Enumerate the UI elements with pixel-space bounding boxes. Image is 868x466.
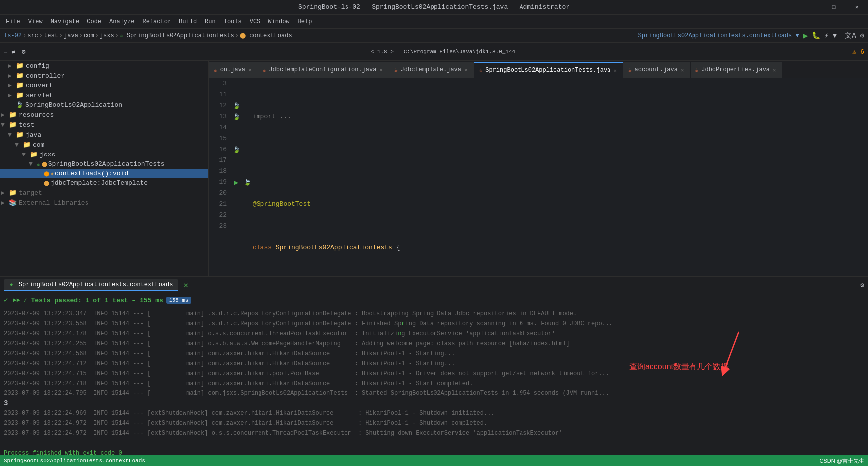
bottom-panel: ● SpringBootLs02ApplicationTests.context… bbox=[0, 276, 868, 455]
breadcrumb-com[interactable]: com bbox=[84, 32, 94, 39]
tab-jdbcproperties[interactable]: ☕ JdbcProperties.java ✕ bbox=[691, 62, 782, 78]
tab-close-jdbcprops[interactable]: ✕ bbox=[773, 67, 776, 73]
console-line-10: 2023-07-09 13:22:24.969 INFO 15144 --- [… bbox=[4, 408, 864, 418]
breadcrumb-method[interactable]: ⬤ contextLoads bbox=[240, 32, 292, 39]
tab-bar: ☕ on.java ✕ ☕ JdbcTemplateConfiguration.… bbox=[209, 61, 868, 78]
tree-item-config[interactable]: ▶ 📁 config bbox=[0, 61, 208, 71]
menu-view[interactable]: View bbox=[24, 17, 47, 26]
menu-help[interactable]: Help bbox=[294, 17, 316, 26]
window-title: SpringBoot-ls-02 – SpringBootLs02Applica… bbox=[298, 3, 570, 11]
console-content[interactable]: 2023-07-09 13:22:23.347 INFO 15144 --- [… bbox=[0, 307, 868, 455]
gutter-col2: 🍃 bbox=[242, 78, 253, 276]
window-controls: ─ □ ✕ bbox=[799, 0, 868, 14]
tree-item-contextloads[interactable]: ⬤ ◈ contextLoads():void bbox=[0, 169, 208, 178]
line-numbers: 3 11 12 13 14 15 16 17 18 19 20 21 22 23 bbox=[209, 78, 231, 276]
main-layout: ▶ 📁 config ▶ 📁 controller ▶ 📁 convert ▶ … bbox=[0, 61, 868, 276]
run-config-dropdown[interactable]: SpringBootLs02ApplicationTests.contextLo… bbox=[638, 32, 799, 39]
gutter-col1: 🍃 🍃 🍃 ▶ bbox=[231, 78, 242, 276]
menu-navigate[interactable]: Navigate bbox=[47, 17, 84, 26]
menu-build[interactable]: Build bbox=[175, 17, 201, 26]
tree-item-jdbctemplate-field[interactable]: ⬤ jdbcTemplate:JdbcTemplate bbox=[0, 178, 208, 188]
title-bar: SpringBoot-ls-02 – SpringBootLs02Applica… bbox=[0, 0, 868, 15]
menu-bar: File View Navigate Code Analyze Refactor… bbox=[0, 15, 868, 29]
status-csdn: CSDN @吉士先生 bbox=[820, 457, 864, 465]
tree-item-target[interactable]: ▶ 📁 target bbox=[0, 188, 208, 198]
layout-icon[interactable]: ⇌ bbox=[12, 48, 16, 56]
settings-icon-toolbar[interactable]: ⚙ bbox=[860, 31, 864, 40]
console-line-12: 2023-07-09 13:22:24.972 INFO 15144 --- [… bbox=[4, 428, 864, 438]
tab-jdbctemplateconfiguration[interactable]: ☕ JdbcTemplateConfiguration.java ✕ bbox=[258, 62, 389, 78]
bottom-settings-icon[interactable]: ⚙ bbox=[860, 281, 864, 289]
minus-icon[interactable]: − bbox=[29, 48, 33, 55]
breadcrumb-jsxs[interactable]: jsxs bbox=[100, 32, 114, 39]
tree-item-jsxs[interactable]: ▼ 📁 jsxs bbox=[0, 150, 208, 159]
breadcrumb-java[interactable]: java bbox=[64, 32, 78, 39]
menu-window[interactable]: Window bbox=[264, 17, 293, 26]
maximize-button[interactable]: □ bbox=[822, 0, 845, 15]
tab-close-on[interactable]: ✕ bbox=[248, 67, 252, 73]
annotation-arrow bbox=[709, 327, 769, 387]
tab-close-jdbcconfig[interactable]: ✕ bbox=[379, 67, 383, 73]
tree-item-controller[interactable]: ▶ 📁 controller bbox=[0, 71, 208, 80]
align-icon[interactable]: ≡ bbox=[4, 48, 8, 55]
breadcrumb-src[interactable]: src bbox=[27, 32, 38, 39]
test-passed-label: ✓ Tests passed: 1 of 1 test – 155 ms bbox=[23, 296, 163, 304]
tab-close-account[interactable]: ✕ bbox=[681, 67, 684, 73]
minimize-button[interactable]: ─ bbox=[799, 0, 822, 15]
menu-run[interactable]: Run bbox=[201, 17, 220, 26]
warning-icon[interactable]: ⚠ 6 bbox=[853, 48, 864, 56]
more-run-options[interactable]: ▼ bbox=[833, 32, 837, 40]
sidebar: ▶ 📁 config ▶ 📁 controller ▶ 📁 convert ▶ … bbox=[0, 61, 209, 276]
jdk-label: < 1.8 > C:\Program Files\Java\jdk1.8.0_1… bbox=[371, 49, 515, 55]
debug-button-toolbar[interactable]: 🐛 bbox=[812, 31, 820, 40]
tab-on-java[interactable]: ☕ on.java ✕ bbox=[209, 62, 258, 78]
code-lines[interactable]: import ... @SpringBootTest class SpringB… bbox=[253, 78, 868, 276]
breadcrumb-class[interactable]: ☕ SpringBootLs02ApplicationTests bbox=[120, 32, 234, 39]
code-line-12: @SpringBootTest bbox=[253, 199, 848, 210]
tree-item-test[interactable]: ▼ 📁 test bbox=[0, 120, 208, 130]
menu-vcs[interactable]: VCS bbox=[246, 17, 264, 26]
code-line-13: class SpringBootLs02ApplicationTests { bbox=[253, 242, 848, 253]
bottom-tab-bar: ● SpringBootLs02ApplicationTests.context… bbox=[0, 277, 868, 293]
coverage-button[interactable]: ⚡ bbox=[824, 31, 828, 40]
status-context-loads: SpringBootLs02ApplicationTests.contextLo… bbox=[4, 458, 145, 464]
tab-springboottests[interactable]: ☕ SpringBootLs02ApplicationTests.java ✕ bbox=[474, 62, 623, 78]
tree-item-ext-libraries[interactable]: ▶ 📚 External Libraries bbox=[0, 198, 208, 208]
editor-area: ☕ on.java ✕ ☕ JdbcTemplateConfiguration.… bbox=[209, 61, 868, 276]
tab-account[interactable]: ☕ account.java ✕ bbox=[623, 62, 691, 78]
code-editor[interactable]: 3 11 12 13 14 15 16 17 18 19 20 21 22 23… bbox=[209, 78, 868, 276]
toolbar: ≡ ⇌ ⚙ − < 1.8 > C:\Program Files\Java\jd… bbox=[0, 43, 868, 61]
gear-icon[interactable]: ⚙ bbox=[22, 48, 26, 56]
console-line-9: 2023-07-09 13:22:24.795 INFO 15144 --- [… bbox=[4, 388, 864, 398]
tab-jdbctemplate[interactable]: ☕ JdbcTemplate.java ✕ bbox=[389, 62, 474, 78]
breadcrumb-test[interactable]: test bbox=[44, 32, 58, 39]
run-button-toolbar[interactable]: ▶ bbox=[803, 31, 808, 41]
menu-analyze[interactable]: Analyze bbox=[105, 17, 138, 26]
menu-code[interactable]: Code bbox=[83, 17, 105, 26]
menu-refactor[interactable]: Refactor bbox=[138, 17, 175, 26]
menu-file[interactable]: File bbox=[2, 17, 24, 26]
svg-line-0 bbox=[724, 332, 739, 372]
breadcrumb-bar: ls-02 › src › test › java › com › jsxs ›… bbox=[0, 29, 868, 43]
tree-item-resources[interactable]: ▶ 📁 resources bbox=[0, 110, 208, 120]
menu-tools[interactable]: Tools bbox=[220, 17, 246, 26]
tree-item-springbootapp[interactable]: 🍃 SpringBootLs02Application bbox=[0, 100, 208, 110]
run-again-icon[interactable]: ▶▶ bbox=[13, 296, 20, 304]
translate-icon[interactable]: 文A bbox=[845, 31, 856, 40]
bottom-close-icon[interactable]: ✕ bbox=[183, 280, 188, 290]
breadcrumb-ls02[interactable]: ls-02 bbox=[4, 32, 22, 39]
tree-item-java[interactable]: ▼ 📁 java bbox=[0, 130, 208, 140]
tab-close-jdbctemplate[interactable]: ✕ bbox=[464, 67, 468, 73]
process-exit-line: Process finished with exit code 0 bbox=[4, 448, 864, 455]
bottom-tab-tests[interactable]: ● SpringBootLs02ApplicationTests.context… bbox=[4, 279, 178, 291]
close-button[interactable]: ✕ bbox=[845, 0, 868, 15]
status-bar: SpringBootLs02ApplicationTests.contextLo… bbox=[0, 455, 868, 466]
timing-badge: 155 ms bbox=[166, 297, 192, 304]
tree-item-convert[interactable]: ▶ 📁 convert bbox=[0, 80, 208, 90]
tree-item-testclass[interactable]: ▼ ☕ ⬤ SpringBootLs02ApplicationTests bbox=[0, 159, 208, 169]
console-line-11: 2023-07-09 13:22:24.972 INFO 15144 --- [… bbox=[4, 418, 864, 428]
check-icon: ✓ bbox=[4, 296, 8, 304]
tree-item-com[interactable]: ▼ 📁 com bbox=[0, 140, 208, 150]
tree-item-servlet[interactable]: ▶ 📁 servlet bbox=[0, 90, 208, 100]
tab-close-tests[interactable]: ✕ bbox=[613, 67, 617, 74]
